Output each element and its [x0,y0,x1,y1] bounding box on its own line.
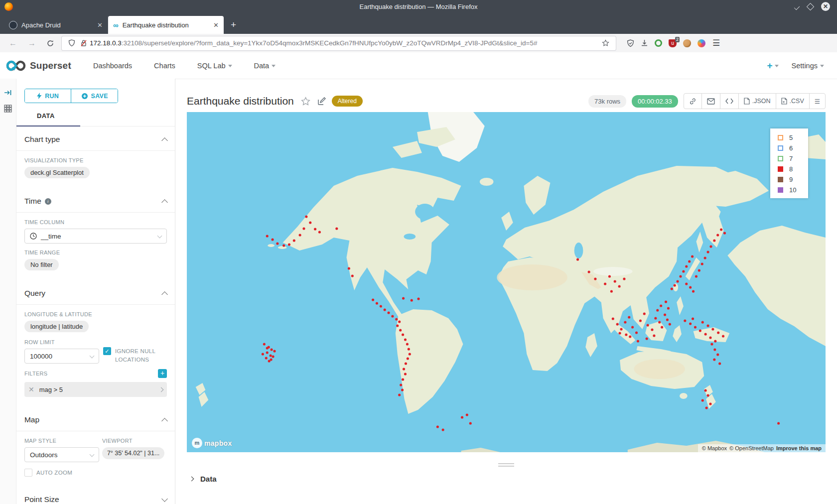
legend-swatch [778,156,783,161]
section-time-header[interactable]: Timei [16,188,175,213]
extension-privacy-icon[interactable] [655,39,662,47]
nav-sql-lab[interactable]: SQL Lab [197,62,232,70]
new-tab-button[interactable]: + [231,19,236,30]
save-button[interactable]: SAVE [71,89,118,103]
chevron-down-icon [228,65,232,67]
map-style-select[interactable]: Outdoors [24,447,99,462]
share-link-button[interactable] [684,94,701,109]
nav-charts[interactable]: Charts [154,62,175,70]
ignore-null-checkbox-row[interactable]: ✓ IGNORE NULLLOCATIONS [103,347,167,364]
collapse-panel-icon[interactable] [4,89,12,97]
remove-filter-icon[interactable]: ✕ [28,385,34,393]
bookmark-star-icon[interactable] [602,39,609,47]
attrib-osm[interactable]: © OpenStreetMap [729,445,774,451]
section-query-header[interactable]: Query [16,280,175,305]
ublock-extension-icon[interactable]: u2 [669,39,677,47]
shield-icon[interactable] [68,39,75,47]
chart-title: Earthquake distribution [187,95,294,107]
container-extension-icon[interactable] [698,39,705,47]
chart-area: Earthquake distribution Altered 73k rows… [175,79,837,504]
reload-icon[interactable] [47,40,54,47]
superset-navbar: Superset Dashboards Charts SQL Lab Data … [0,52,837,79]
export-toolbar: .JSON .CSV ☰ [684,93,826,109]
export-csv-button[interactable]: .CSV [776,94,809,109]
dataset-grid-icon[interactable] [4,105,12,113]
legend-swatch [778,135,783,140]
browser-tab-earthquake-distribution[interactable]: ∞ Earthquake distribution ✕ [108,16,224,34]
section-title: Chart type [24,135,60,144]
protections-shield-icon[interactable] [627,39,634,47]
cookie-extension-icon[interactable] [683,39,691,47]
email-button[interactable] [701,94,720,109]
legend-label: 6 [789,144,793,152]
browser-tab-apache-druid[interactable]: Apache Druid ✕ [4,16,108,34]
explore-control-panel: RUN SAVE DATA Chart type VISUALIZATION T… [16,79,175,504]
data-panel-header[interactable]: Data [187,475,826,483]
map-style-label: MAP STYLE [24,438,99,444]
chevron-up-icon [161,418,168,424]
checkbox-unchecked-icon[interactable] [24,469,32,477]
viewport-value[interactable]: 7° 35' 54.02" | 31... [102,447,164,459]
nav-data[interactable]: Data [254,62,276,70]
nav-dashboards[interactable]: Dashboards [93,62,132,70]
altered-badge[interactable]: Altered [332,96,363,107]
chevron-up-icon [161,199,168,206]
tab-close-icon[interactable]: ✕ [213,21,219,29]
window-minimize-icon[interactable] [794,4,800,9]
time-range-value[interactable]: No filter [24,259,59,270]
chart-menu-button[interactable]: ☰ [809,94,825,109]
tab-label: Apache Druid [21,21,61,29]
edit-properties-icon[interactable] [317,97,326,106]
downloads-icon[interactable] [641,39,648,47]
file-icon [744,98,750,105]
section-map-header[interactable]: Map [16,407,175,431]
window-titlebar: Earthquake distribution — Mozilla Firefo… [0,0,837,13]
time-column-label: TIME COLUMN [24,219,167,225]
lonlat-value[interactable]: longitude | latitude [24,321,89,332]
firefox-menu-icon[interactable]: ☰ [712,38,720,48]
browser-toolbar: ← → 172.18.0.3:32108/superset/explore/?f… [0,34,837,53]
checkbox-checked-icon[interactable]: ✓ [103,347,111,355]
forward-icon[interactable]: → [28,39,36,48]
legend-swatch [778,166,783,172]
tab-data[interactable]: DATA [37,112,55,120]
nav-settings[interactable]: Settings [792,62,824,70]
bolt-icon [37,93,42,99]
superset-logo[interactable]: Superset [6,60,71,71]
attrib-improve-link[interactable]: Improve this map [776,445,822,451]
favorite-star-icon[interactable] [301,97,310,106]
run-button[interactable]: RUN [25,89,71,103]
back-icon[interactable]: ← [9,39,17,48]
window-close-icon[interactable]: ✕ [821,2,830,11]
window-maximize-icon[interactable] [807,2,815,10]
export-json-button[interactable]: .JSON [738,94,776,109]
add-filter-button[interactable]: + [158,369,167,378]
insecure-lock-icon[interactable] [80,39,87,47]
section-title: Map [24,415,39,424]
superset-favicon: ∞ [113,21,119,29]
embed-code-button[interactable] [720,94,738,109]
resize-handle[interactable] [498,463,514,467]
row-limit-select[interactable]: 100000 [24,349,99,364]
section-chart-type-header[interactable]: Chart type [16,126,175,151]
time-range-label: TIME RANGE [24,250,167,255]
browser-tabbar: Apache Druid ✕ ∞ Earthquake distribution… [0,13,837,34]
url-text: 172.18.0.3:32108/superset/explore/?form_… [90,39,599,47]
attrib-mapbox[interactable]: © Mapbox [702,445,727,451]
legend-label: 9 [789,176,793,183]
deckgl-scatter-map[interactable]: 5678910 m mapbox © Mapbox © OpenStreetMa… [187,112,826,452]
tab-close-icon[interactable]: ✕ [97,21,103,29]
superset-infinity-icon [6,60,26,71]
auto-zoom-checkbox-row[interactable]: AUTO ZOOM [24,469,99,477]
mapbox-logo[interactable]: m mapbox [192,438,232,448]
section-point-size-header[interactable]: Point Size [16,487,175,504]
chevron-right-icon [189,477,194,482]
viz-type-value[interactable]: deck.gl Scatterplot [24,167,90,178]
time-column-select[interactable]: __time [24,229,167,244]
viewport-label: VIEWPORT [102,438,167,444]
filter-chip[interactable]: ✕ mag > 5 [24,382,167,397]
url-address-bar[interactable]: 172.18.0.3:32108/superset/explore/?form_… [62,36,616,50]
time-column-value: __time [41,233,61,240]
new-item-button[interactable]: + [767,60,778,71]
legend-item: 8 [770,164,808,174]
